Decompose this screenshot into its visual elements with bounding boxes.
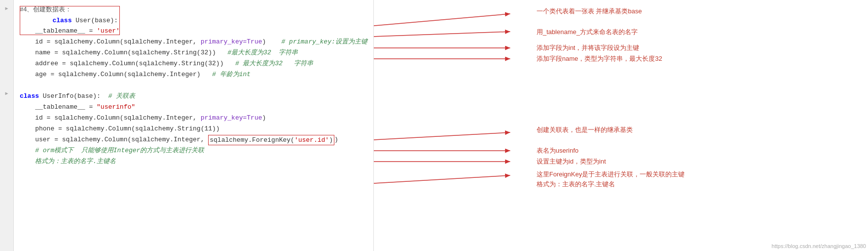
- annotation-4: 添加字段name，类型为字符串，最大长度32: [537, 54, 662, 63]
- annotation-area: 一个类代表着一张表 并继承基类base 用_tablename_方式来命名表的名…: [374, 0, 868, 251]
- code-line-3: id = sqlalchemy.Column(sqlalchemy.Intege…: [20, 37, 367, 47]
- code-area: #4、创建数据表： class User(base): __tablename_…: [14, 0, 374, 251]
- annotation-2: 用_tablename_方式来命名表的名字: [537, 28, 638, 37]
- annotation-7: 设置主键为id，类型为int: [537, 157, 606, 166]
- svg-line-2: [374, 32, 510, 37]
- annotation-5: 创建关联表，也是一样的继承基类: [537, 126, 633, 134]
- annotation-1: 一个类代表着一张表 并继承基类base: [537, 7, 642, 16]
- keyword-class-1: class: [52, 17, 75, 24]
- watermark: https://blog.csdn.net/zhangjingao_1380: [772, 243, 866, 249]
- code-line-9: __tablename__ = "userinfo": [20, 102, 367, 113]
- code-line-5: addree = sqlalchemy.Column(sqlalchemy.St…: [20, 58, 367, 69]
- keyword-class-2: class: [20, 91, 43, 102]
- code-line-14: 格式为：主表的名字.主键名: [20, 156, 367, 167]
- code-line-12: user = sqlalchemy.Column(sqlalchemy.Inte…: [20, 134, 367, 145]
- annotation-6: 表名为userinfo: [537, 146, 579, 155]
- code-line-11: phone = sqlalchemy.Column(sqlalchemy.Str…: [20, 124, 367, 134]
- left-gutter: ▶ ▶: [0, 0, 14, 251]
- code-line-1: class User(base):: [20, 15, 367, 26]
- annotation-9: 格式为：主表的名字.主键名: [537, 180, 615, 189]
- code-line-2: __tablename__ = 'user': [20, 26, 367, 37]
- svg-line-1: [374, 14, 510, 26]
- gutter-icon-1: ▶: [3, 5, 10, 12]
- svg-line-5: [374, 132, 510, 140]
- code-line-4: name = sqlalchemy.Column(sqlalchemy.Stri…: [20, 47, 367, 58]
- annotation-3: 添加字段为int，并将该字段设为主键: [537, 43, 640, 52]
- gutter-icon-2: ▶: [3, 90, 10, 97]
- code-blank-1: [20, 80, 367, 91]
- main-container: ▶ ▶ #4、创建数据表： class User(base): __tablen…: [0, 0, 868, 251]
- code-line-10: id = sqlalchemy.Column(sqlalchemy.Intege…: [20, 113, 367, 124]
- code-line-6: age = sqlalchemy.Column(sqlalchemy.Integ…: [20, 69, 367, 80]
- code-line-13: # orm模式下 只能够使用Integer的方式与主表进行关联: [20, 145, 367, 156]
- annotation-8: 这里ForeignKey是于主表进行关联，一般关联的主键: [537, 170, 685, 179]
- code-line-8: class UserInfo(base): # 关联表: [20, 91, 367, 102]
- svg-line-8: [374, 175, 510, 183]
